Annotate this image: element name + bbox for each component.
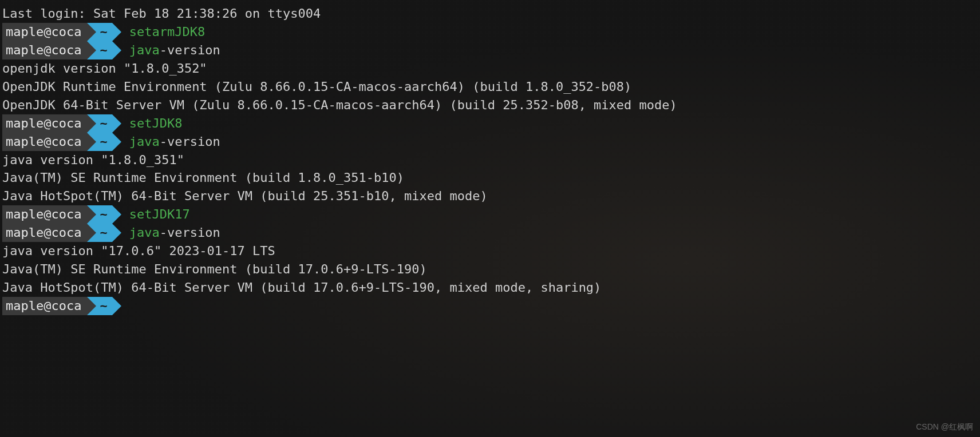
separator-icon — [112, 23, 121, 41]
prompt-line: maple@coca~ java -version — [2, 224, 978, 242]
command-text: java — [129, 224, 160, 242]
prompt-line-active[interactable]: maple@coca~ — [2, 297, 978, 315]
separator-icon — [112, 41, 121, 59]
separator-icon — [112, 205, 121, 224]
command-text: setJDK8 — [129, 114, 183, 133]
terminal-output[interactable]: Last login: Sat Feb 18 21:38:26 on ttys0… — [2, 5, 978, 315]
separator-icon — [87, 114, 96, 133]
prompt-line: maple@coca~ setarmJDK8 — [2, 23, 978, 41]
separator-icon — [112, 297, 121, 315]
user-host-segment: maple@coca — [2, 23, 87, 41]
user-host-segment: maple@coca — [2, 224, 87, 242]
separator-icon — [87, 41, 96, 59]
separator-icon — [87, 224, 96, 242]
output-line: Java HotSpot(TM) 64-Bit Server VM (build… — [2, 279, 978, 297]
user-host-segment: maple@coca — [2, 41, 87, 59]
output-line: java version "1.8.0_351" — [2, 151, 978, 169]
user-host-segment: maple@coca — [2, 205, 87, 224]
user-host-segment: maple@coca — [2, 114, 87, 133]
prompt-line: maple@coca~ java -version — [2, 41, 978, 59]
command-text: setJDK17 — [129, 205, 190, 224]
output-line: Java(TM) SE Runtime Environment (build 1… — [2, 260, 978, 279]
output-line: java version "17.0.6" 2023-01-17 LTS — [2, 242, 978, 260]
separator-icon — [112, 224, 121, 242]
separator-icon — [87, 133, 96, 151]
separator-icon — [87, 297, 96, 315]
output-line: openjdk version "1.8.0_352" — [2, 59, 978, 78]
output-line: Java HotSpot(TM) 64-Bit Server VM (build… — [2, 187, 978, 205]
output-line: Java(TM) SE Runtime Environment (build 1… — [2, 169, 978, 187]
user-host-segment: maple@coca — [2, 133, 87, 151]
separator-icon — [112, 133, 121, 151]
command-arg: -version — [160, 41, 220, 59]
prompt-line: maple@coca~ java -version — [2, 133, 978, 151]
watermark-text: CSDN @红枫啊 — [916, 421, 973, 432]
separator-icon — [112, 114, 121, 133]
output-line: OpenJDK 64-Bit Server VM (Zulu 8.66.0.15… — [2, 96, 978, 114]
prompt-line: maple@coca~ setJDK17 — [2, 205, 978, 224]
command-text: java — [129, 133, 160, 151]
separator-icon — [87, 205, 96, 224]
command-text: setarmJDK8 — [129, 23, 205, 41]
command-text: java — [129, 41, 160, 59]
output-line: OpenJDK Runtime Environment (Zulu 8.66.0… — [2, 78, 978, 96]
prompt-line: maple@coca~ setJDK8 — [2, 114, 978, 133]
separator-icon — [87, 23, 96, 41]
last-login-line: Last login: Sat Feb 18 21:38:26 on ttys0… — [2, 5, 978, 23]
command-arg: -version — [160, 133, 220, 151]
command-arg: -version — [160, 224, 220, 242]
user-host-segment: maple@coca — [2, 297, 87, 315]
